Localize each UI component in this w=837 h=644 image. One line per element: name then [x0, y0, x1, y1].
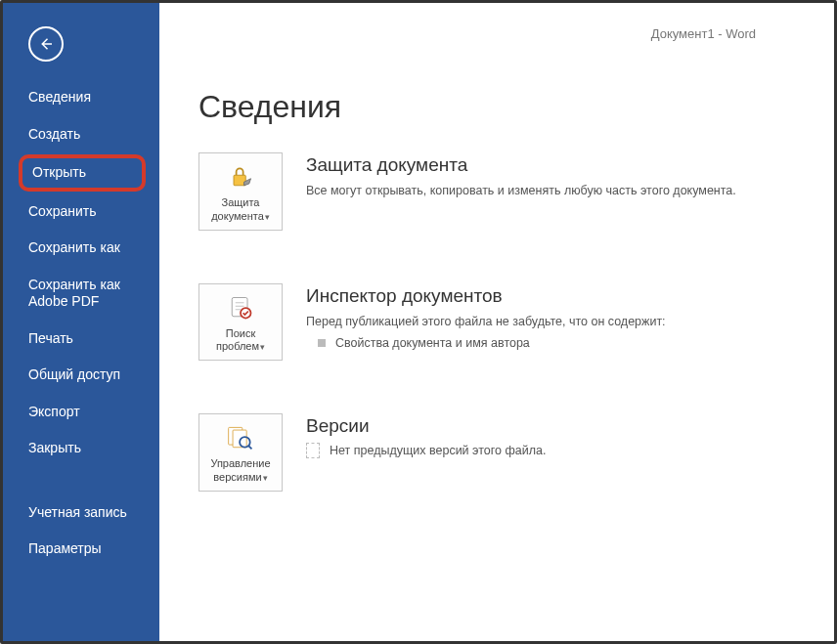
page-title: Сведения: [198, 89, 795, 125]
protect-document-button[interactable]: Защита документа▾: [198, 152, 283, 231]
sidebar-item-save[interactable]: Сохранить: [3, 193, 159, 231]
backstage-main: Сведения Защита документа▾ Защита докуме…: [159, 3, 834, 641]
inspect-section: Поиск проблем▾ Инспектор документов Пере…: [198, 283, 795, 362]
inspect-title: Инспектор документов: [306, 285, 666, 307]
protect-desc: Все могут открывать, копировать и изменя…: [306, 182, 736, 200]
versions-tile-label: Управление версиями▾: [203, 457, 278, 485]
versions-icon: [203, 422, 278, 453]
sidebar-item-share[interactable]: Общий доступ: [3, 357, 159, 394]
inspect-body: Инспектор документов Перед публикацией э…: [306, 283, 666, 351]
manage-versions-button[interactable]: Управление версиями▾: [198, 413, 283, 492]
arrow-left-icon: [37, 35, 55, 53]
check-issues-button[interactable]: Поиск проблем▾: [198, 283, 283, 362]
app-window: Документ1 - Word Сведения Создать Открыт…: [0, 0, 837, 644]
inspect-desc: Перед публикацией этого файла не забудьт…: [306, 313, 666, 331]
protect-tile-label: Защита документа▾: [203, 196, 278, 224]
sidebar-item-options[interactable]: Параметры: [3, 531, 159, 568]
versions-title: Версии: [306, 415, 546, 437]
sidebar-item-export[interactable]: Экспорт: [3, 394, 159, 431]
protect-body: Защита документа Все могут открывать, ко…: [306, 152, 736, 200]
versions-body: Версии Нет предыдущих версий этого файла…: [306, 413, 546, 458]
sidebar-item-saveas-pdf[interactable]: Сохранить как Adobe PDF: [3, 267, 159, 321]
document-icon: [306, 443, 320, 458]
inspect-tile-label: Поиск проблем▾: [203, 327, 278, 355]
lock-icon: [203, 161, 278, 193]
versions-row: Нет предыдущих версий этого файла.: [306, 443, 546, 458]
sidebar-separator: [3, 467, 159, 494]
back-button[interactable]: [28, 26, 64, 62]
inspect-bullet-text: Свойства документа и имя автора: [335, 336, 530, 350]
sidebar-item-info[interactable]: Сведения: [3, 79, 159, 116]
protect-section: Защита документа▾ Защита документа Все м…: [198, 152, 795, 231]
svg-line-6: [248, 446, 252, 450]
sidebar-item-new[interactable]: Создать: [3, 116, 159, 153]
sidebar-item-close[interactable]: Закрыть: [3, 430, 159, 467]
protect-title: Защита документа: [306, 154, 736, 176]
sidebar-item-open[interactable]: Открыть: [19, 154, 146, 192]
sidebar-item-print[interactable]: Печать: [3, 321, 159, 358]
inspect-bullet: Свойства документа и имя автора: [306, 336, 666, 350]
versions-desc: Нет предыдущих версий этого файла.: [330, 444, 546, 457]
versions-section: Управление версиями▾ Версии Нет предыдущ…: [198, 413, 795, 492]
sidebar-item-account[interactable]: Учетная запись: [3, 494, 159, 532]
sidebar-item-saveas[interactable]: Сохранить как: [3, 230, 159, 267]
checklist-icon: [203, 292, 278, 323]
bullet-icon: [318, 339, 326, 347]
backstage-sidebar: Сведения Создать Открыть Сохранить Сохра…: [3, 3, 159, 641]
